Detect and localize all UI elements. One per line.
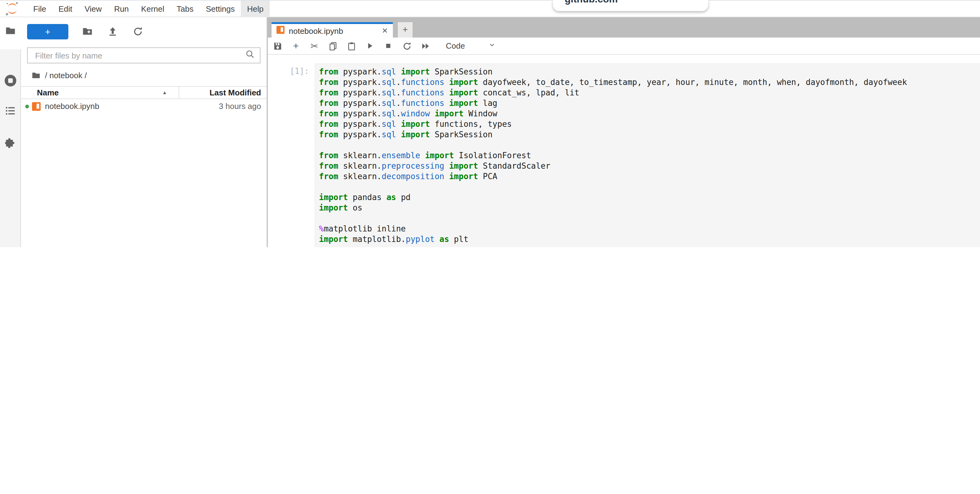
file-browser-toolbar: + bbox=[21, 24, 267, 40]
close-icon[interactable]: ✕ bbox=[380, 27, 389, 35]
file-browser-panel: + / notebook / bbox=[21, 17, 267, 247]
restart-kernel-icon[interactable] bbox=[401, 41, 412, 51]
file-modified: 3 hours ago bbox=[184, 102, 267, 111]
file-list-header: Name ▲ Last Modified bbox=[21, 86, 267, 99]
menu-item-view[interactable]: View bbox=[78, 0, 108, 17]
running-status-dot bbox=[25, 104, 29, 108]
browser-tooltip: github.com bbox=[553, 0, 708, 11]
activity-bar bbox=[0, 17, 21, 247]
file-name: notebook.ipynb bbox=[41, 102, 184, 111]
menu-item-settings[interactable]: Settings bbox=[199, 0, 241, 17]
menu-item-edit[interactable]: Edit bbox=[52, 0, 78, 17]
notebook-cells: [1]:from pyspark.sql import SparkSession… bbox=[268, 55, 980, 247]
code-cell: [1]:from pyspark.sql import SparkSession… bbox=[268, 64, 980, 247]
stop-icon[interactable] bbox=[383, 41, 393, 51]
refresh-icon[interactable] bbox=[132, 26, 143, 37]
run-all-icon[interactable] bbox=[420, 41, 430, 51]
cell-prompt: [1]: bbox=[268, 64, 315, 76]
filter-files-input[interactable] bbox=[34, 50, 245, 60]
file-row[interactable]: notebook.ipynb3 hours ago bbox=[21, 99, 267, 113]
folder-icon bbox=[32, 70, 41, 80]
breadcrumb[interactable]: / notebook / bbox=[32, 70, 267, 81]
list-icon[interactable] bbox=[5, 105, 16, 116]
tooltip-text: github.com bbox=[553, 0, 708, 5]
column-header-last-modified[interactable]: Last Modified bbox=[178, 87, 267, 98]
new-tab-button[interactable]: + bbox=[398, 22, 412, 38]
insert-cell-icon[interactable]: + bbox=[291, 41, 301, 51]
tab-bar: notebook.ipynb ✕ + bbox=[268, 17, 980, 38]
notebook-toolbar: + ✂ bbox=[268, 38, 980, 55]
puzzle-icon[interactable] bbox=[4, 137, 17, 149]
dock-panel: notebook.ipynb ✕ + + ✂ bbox=[268, 17, 980, 247]
cell-type-dropdown[interactable]: Code bbox=[446, 41, 496, 51]
chevron-down-icon bbox=[488, 41, 496, 51]
menu-item-file[interactable]: File bbox=[27, 0, 52, 17]
save-icon[interactable] bbox=[272, 41, 283, 51]
run-icon[interactable] bbox=[364, 41, 375, 51]
search-icon bbox=[245, 49, 255, 62]
filter-box bbox=[27, 48, 261, 64]
tab-label: notebook.ipynb bbox=[289, 26, 380, 35]
menu-item-run[interactable]: Run bbox=[108, 0, 135, 17]
stop-circle-icon[interactable] bbox=[4, 74, 17, 87]
new-launcher-button[interactable]: + bbox=[27, 24, 68, 39]
column-header-name[interactable]: Name ▲ bbox=[21, 88, 178, 97]
upload-icon[interactable] bbox=[107, 26, 118, 37]
sort-asc-arrow: ▲ bbox=[162, 90, 167, 95]
jupyter-logo-icon bbox=[5, 1, 20, 16]
menu-item-help[interactable]: Help bbox=[241, 0, 270, 17]
menu-item-tabs[interactable]: Tabs bbox=[170, 0, 200, 17]
tab-notebook[interactable]: notebook.ipynb ✕ bbox=[272, 22, 393, 38]
cell-input-editor[interactable]: from pyspark.sql import SparkSession fro… bbox=[315, 64, 980, 247]
folder-icon[interactable] bbox=[5, 25, 16, 37]
menu-item-kernel[interactable]: Kernel bbox=[135, 0, 170, 17]
copy-icon[interactable] bbox=[328, 41, 338, 51]
menu-bar: FileEditViewRunKernelTabsSettingsHelp bbox=[0, 0, 980, 17]
jupyterlab-window: FileEditViewRunKernelTabsSettingsHelp gi… bbox=[0, 0, 980, 247]
notebook-icon bbox=[277, 25, 285, 37]
cut-icon[interactable]: ✂ bbox=[309, 41, 320, 51]
menu-items: FileEditViewRunKernelTabsSettingsHelp bbox=[27, 0, 270, 17]
paste-icon[interactable] bbox=[346, 41, 356, 51]
new-folder-icon[interactable] bbox=[82, 26, 93, 37]
file-list: notebook.ipynb3 hours ago bbox=[21, 99, 267, 113]
notebook-icon bbox=[32, 102, 41, 111]
